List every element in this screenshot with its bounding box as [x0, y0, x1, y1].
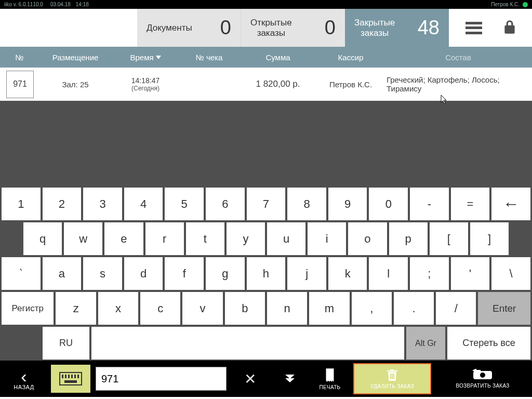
tab-count: 48: [418, 17, 440, 39]
col-sum[interactable]: Сумма: [239, 53, 317, 62]
key-1[interactable]: 1: [2, 188, 41, 220]
col-time-label: Время: [130, 53, 153, 62]
key-enter[interactable]: Enter: [478, 292, 530, 325]
key-/[interactable]: /: [436, 292, 476, 325]
key-n[interactable]: n: [267, 292, 307, 325]
back-button[interactable]: ‹ НАЗАД: [0, 361, 48, 397]
key-[[interactable]: [: [430, 222, 468, 255]
keyboard-icon: [59, 372, 82, 385]
key-shift[interactable]: Регистр: [2, 292, 54, 325]
trash-icon: [386, 368, 398, 382]
key-'[interactable]: ': [451, 257, 490, 290]
key-z[interactable]: z: [56, 292, 96, 325]
key-w[interactable]: w: [64, 222, 102, 255]
tab-count: 0: [220, 17, 231, 39]
lock-icon[interactable]: [503, 19, 516, 37]
receipt-icon: [323, 367, 337, 383]
key-m[interactable]: m: [309, 292, 349, 325]
chevron-left-icon: ‹: [21, 367, 26, 385]
key-;[interactable]: ;: [410, 257, 449, 290]
back-label: НАЗАД: [14, 384, 34, 390]
row-cashier: Петров К.С.: [317, 80, 384, 89]
clear-search-button[interactable]: ✕: [229, 361, 271, 397]
key-b[interactable]: b: [225, 292, 265, 325]
row-place: Зал: 25: [39, 80, 112, 89]
print-button[interactable]: ПЕЧАТЬ: [309, 361, 351, 397]
col-composition[interactable]: Состав: [384, 53, 532, 62]
key-g[interactable]: g: [206, 257, 245, 290]
tab-documents[interactable]: Документы 0: [137, 9, 241, 47]
key--[interactable]: -: [410, 188, 449, 220]
key-d[interactable]: d: [124, 257, 163, 290]
key-q[interactable]: q: [23, 222, 62, 255]
empty-area: [0, 101, 532, 187]
key-p[interactable]: p: [389, 222, 428, 255]
delete-label: УДАЛИТЬ ЗАКАЗ: [370, 383, 414, 389]
key-r[interactable]: r: [145, 222, 184, 255]
key-v[interactable]: v: [182, 292, 222, 325]
col-time[interactable]: Время: [112, 53, 179, 62]
cash-return-icon: [472, 369, 493, 381]
key-9[interactable]: 9: [328, 188, 367, 220]
key-3[interactable]: 3: [83, 188, 122, 220]
backspace-arrow-icon: ←: [503, 194, 520, 214]
key-lang[interactable]: RU: [43, 327, 89, 360]
print-label: ПЕЧАТЬ: [320, 384, 341, 390]
key-][interactable]: ]: [470, 222, 509, 255]
menu-icon[interactable]: [466, 22, 482, 34]
key-backspace[interactable]: ←: [491, 188, 530, 220]
col-no[interactable]: №: [0, 53, 39, 62]
keyboard-toggle-button[interactable]: [51, 365, 90, 393]
key-4[interactable]: 4: [124, 188, 163, 220]
status-date: 03.04.18: [50, 2, 71, 7]
status-user: Петров К.С.: [491, 2, 520, 7]
key-,[interactable]: ,: [352, 292, 392, 325]
key-5[interactable]: 5: [165, 188, 204, 220]
bottom-bar: ‹ НАЗАД ✕ ПЕЧАТЬ УДАЛИТЬ ЗАКАЗ ВОЗВРАТИТ…: [0, 361, 532, 397]
col-check[interactable]: № чека: [179, 53, 239, 62]
key-=[interactable]: =: [451, 188, 490, 220]
expand-down-button[interactable]: [271, 361, 309, 397]
key-7[interactable]: 7: [247, 188, 286, 220]
table-row[interactable]: 971 Зал: 25 14:18:47 (Сегодня) 1 820,00 …: [0, 68, 532, 101]
key-8[interactable]: 8: [287, 188, 326, 220]
tab-open-orders[interactable]: Открытые заказы 0: [241, 9, 345, 47]
key-u[interactable]: u: [267, 222, 305, 255]
key-l[interactable]: l: [369, 257, 408, 290]
delete-order-button[interactable]: УДАЛИТЬ ЗАКАЗ: [353, 363, 431, 394]
key-t[interactable]: t: [186, 222, 224, 255]
tabs-row: Документы 0 Открытые заказы 0 Закрытые з…: [0, 9, 532, 47]
key-`[interactable]: `: [2, 257, 41, 290]
tab-count: 0: [325, 17, 336, 39]
key-a[interactable]: a: [43, 257, 82, 290]
key-c[interactable]: c: [140, 292, 180, 325]
key-h[interactable]: h: [247, 257, 286, 290]
key-j[interactable]: j: [287, 257, 326, 290]
key-y[interactable]: y: [227, 222, 265, 255]
row-time-sub: (Сегодня): [112, 85, 179, 92]
key-space[interactable]: [91, 327, 404, 360]
key-6[interactable]: 6: [206, 188, 245, 220]
tab-label: Закрытые заказы: [354, 18, 395, 38]
key-x[interactable]: x: [98, 292, 138, 325]
row-sum: 1 820,00 р.: [239, 79, 317, 89]
status-time: 14:18: [76, 2, 89, 7]
key-e[interactable]: e: [104, 222, 143, 255]
col-place[interactable]: Размещение: [39, 53, 112, 62]
key-o[interactable]: o: [348, 222, 387, 255]
key-0[interactable]: 0: [369, 188, 408, 220]
key-clear-all[interactable]: Стереть все: [447, 327, 530, 360]
key-f[interactable]: f: [165, 257, 204, 290]
key-k[interactable]: k: [328, 257, 367, 290]
key-.[interactable]: .: [394, 292, 434, 325]
key-i[interactable]: i: [308, 222, 346, 255]
search-input[interactable]: [96, 367, 227, 391]
x-icon: ✕: [244, 370, 256, 388]
tab-closed-orders[interactable]: Закрытые заказы 48: [345, 9, 449, 47]
key-altgr[interactable]: Alt Gr: [406, 327, 445, 360]
key-2[interactable]: 2: [43, 188, 82, 220]
key-s[interactable]: s: [83, 257, 122, 290]
col-cashier[interactable]: Кассир: [317, 53, 384, 62]
return-order-button[interactable]: ВОЗВРАТИТЬ ЗАКАЗ: [433, 361, 532, 397]
key-\[interactable]: \: [491, 257, 530, 290]
